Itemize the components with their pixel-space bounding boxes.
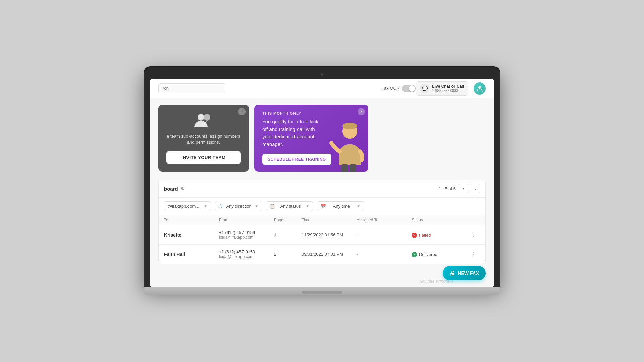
- live-chat-button[interactable]: 💬 Live Chat or Call 1 (888) 857-0003: [416, 81, 468, 96]
- col-pages: Pages: [274, 218, 302, 222]
- time-icon: 📅: [321, 204, 326, 209]
- table-header: board ↻ 1 - 5 of 5 ‹ ›: [159, 180, 485, 198]
- row1-status-text: Failed: [419, 233, 431, 238]
- topbar: Fax OCR 💬 Live Chat or Call 1 (888) 857-…: [150, 79, 494, 98]
- row2-from: +1 (612) 457-0159 loida@ifaxapp.com: [219, 249, 274, 259]
- row1-from-phone: +1 (612) 457-0159: [219, 230, 274, 235]
- row1-status: ✕ Failed: [412, 232, 467, 238]
- fax-ocr-toggle[interactable]: Fax OCR: [381, 85, 416, 92]
- row1-to: Krisette: [164, 232, 219, 238]
- time-filter[interactable]: 📅 Any time ▼: [317, 201, 364, 211]
- new-fax-label: NEW FAX: [458, 270, 479, 276]
- svg-point-4: [342, 123, 357, 129]
- promo-card: × THIS MONTH ONLY You qualify for a free…: [254, 105, 368, 172]
- cards-row: × e team sub-accounts, assign n: [158, 105, 486, 172]
- toggle-knob: [409, 85, 415, 92]
- team-icon: [166, 113, 241, 129]
- row2-more-button[interactable]: ⋮: [467, 251, 480, 257]
- account-filter[interactable]: @ifaxapp.com ... ▼: [164, 201, 211, 211]
- laptop-screen: Fax OCR 💬 Live Chat or Call 1 (888) 857-…: [150, 79, 494, 287]
- svg-point-1: [198, 114, 204, 121]
- col-assigned: Assigned To: [357, 218, 412, 222]
- screen-content: Fax OCR 💬 Live Chat or Call 1 (888) 857-…: [150, 79, 494, 287]
- pagination: 1 - 5 of 5 ‹ ›: [439, 184, 480, 193]
- search-box: [158, 83, 373, 93]
- invite-card-close[interactable]: ×: [238, 108, 246, 115]
- status-badge-delivered: ✓ Delivered: [412, 252, 437, 257]
- svg-rect-6: [350, 164, 356, 172]
- invite-description: e team sub-accounts, assign numbers and …: [166, 133, 241, 145]
- new-fax-icon: 🖨: [449, 270, 455, 276]
- row2-from-phone: +1 (612) 457-0159: [219, 249, 274, 254]
- new-fax-button[interactable]: 🖨 NEW FAX: [443, 266, 486, 280]
- svg-rect-5: [341, 164, 348, 172]
- row2-status-text: Delivered: [419, 252, 437, 257]
- table-title: board ↻: [164, 186, 185, 192]
- hinge-notch: [302, 291, 342, 294]
- fax-ocr-label: Fax OCR: [381, 86, 399, 91]
- delivered-dot: ✓: [412, 252, 417, 257]
- live-chat-phone: 1 (888) 857-0003: [432, 89, 464, 93]
- account-dropdown-arrow: ▼: [204, 204, 207, 208]
- failed-dot: ✕: [412, 233, 417, 238]
- row1-pages: 1: [274, 232, 302, 237]
- filters-row: @ifaxapp.com ... ▼ ⬡ Any direction ▼ 📋 A…: [159, 198, 485, 215]
- chat-text: Live Chat or Call 1 (888) 857-0003: [432, 84, 464, 93]
- schedule-training-button[interactable]: SCHEDULE FREE TRAINING: [262, 154, 331, 165]
- chat-icon: 💬: [420, 84, 429, 93]
- status-badge-failed: ✕ Failed: [412, 233, 431, 238]
- row2-status: ✓ Delivered: [412, 251, 467, 257]
- row2-assigned: -: [357, 252, 412, 257]
- search-input[interactable]: [158, 83, 225, 93]
- col-actions: [467, 218, 480, 222]
- promo-description: You qualify for a free kick-off and trai…: [262, 118, 323, 148]
- live-chat-label: Live Chat or Call: [432, 84, 464, 89]
- table-column-headers: To From Pages Time Assigned To Status: [159, 215, 485, 225]
- next-page-button[interactable]: ›: [471, 184, 480, 193]
- invite-card: × e team sub-accounts, assign n: [158, 105, 249, 172]
- account-filter-value: @ifaxapp.com ...: [168, 204, 201, 209]
- col-from: From: [219, 218, 274, 222]
- direction-icon: ⬡: [219, 203, 223, 209]
- camera: [321, 73, 323, 76]
- direction-dropdown-arrow: ▼: [255, 204, 258, 208]
- table-row: Faith Hall +1 (612) 457-0159 loida@ifaxa…: [159, 245, 485, 264]
- row1-from: +1 (612) 457-0159 loida@ifaxapp.com: [219, 230, 274, 240]
- row1-time: 11/29/2022 01:56 PM: [302, 232, 357, 237]
- status-icon: 📋: [270, 204, 275, 209]
- col-time: Time: [302, 218, 357, 222]
- pagination-text: 1 - 5 of 5: [439, 186, 456, 191]
- time-filter-value: Any time: [333, 204, 350, 209]
- direction-filter-value: Any direction: [226, 204, 251, 209]
- row2-from-email: loida@ifaxapp.com: [219, 254, 274, 259]
- svg-point-2: [204, 114, 210, 121]
- fax-table: board ↻ 1 - 5 of 5 ‹ ›: [158, 180, 486, 264]
- col-to: To: [164, 218, 219, 222]
- user-avatar[interactable]: [474, 82, 486, 95]
- status-dropdown-arrow: ▼: [306, 204, 309, 208]
- direction-filter[interactable]: ⬡ Any direction ▼: [215, 201, 262, 211]
- row2-time: 09/01/2022 07:01 PM: [302, 252, 357, 257]
- row1-assigned: -: [357, 232, 412, 237]
- promo-month-label: THIS MONTH ONLY: [262, 111, 360, 115]
- topbar-right: 💬 Live Chat or Call 1 (888) 857-0003: [416, 81, 486, 96]
- promo-card-close[interactable]: ×: [358, 108, 365, 115]
- row2-to: Faith Hall: [164, 252, 219, 257]
- fax-ocr-switch[interactable]: [402, 85, 416, 92]
- invite-team-button[interactable]: INVITE YOUR TEAM: [166, 151, 241, 164]
- refresh-icon[interactable]: ↻: [181, 186, 185, 191]
- svg-point-0: [478, 86, 481, 89]
- row1-more-button[interactable]: ⋮: [467, 232, 480, 238]
- laptop-base: [144, 287, 500, 295]
- table-row: Krisette +1 (612) 457-0159 loida@ifaxapp…: [159, 225, 485, 245]
- laptop-container: Fax OCR 💬 Live Chat or Call 1 (888) 857-…: [144, 67, 500, 295]
- status-filter-value: Any status: [280, 204, 301, 209]
- screen-bezel: Fax OCR 💬 Live Chat or Call 1 (888) 857-…: [144, 67, 500, 287]
- main-area: × e team sub-accounts, assign n: [150, 98, 494, 287]
- promo-person-figure: [325, 118, 368, 172]
- time-dropdown-arrow: ▼: [357, 204, 360, 208]
- col-status: Status: [412, 218, 467, 222]
- status-filter[interactable]: 📋 Any status ▼: [266, 201, 313, 211]
- prev-page-button[interactable]: ‹: [459, 184, 468, 193]
- row2-pages: 2: [274, 252, 302, 257]
